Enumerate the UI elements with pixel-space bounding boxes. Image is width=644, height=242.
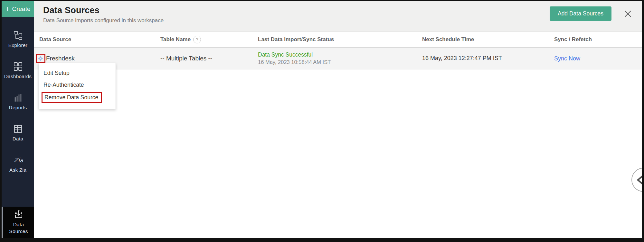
sidebar-item-label: Dashboards: [4, 74, 32, 79]
app-window: + Create Explorer Das: [0, 0, 644, 242]
sync-now-link[interactable]: Sync Now: [554, 55, 580, 62]
svg-text:Zia: Zia: [14, 157, 23, 164]
close-x-icon[interactable]: [624, 10, 632, 18]
menu-item-re-authenticate[interactable]: Re-Authenticate: [39, 79, 116, 91]
menu-item-remove-data-source[interactable]: Remove Data Source: [39, 91, 116, 106]
column-header-sync-refetch: Sync / Refetch: [554, 36, 642, 43]
next-schedule-cell: 16 May, 2023 12:27:47 PM IST: [422, 55, 554, 62]
data-source-name[interactable]: Freshdesk: [46, 55, 75, 62]
sync-status-text: Data Sync Successful: [258, 51, 422, 58]
page-header-text: Data Sources Data Source imports configu…: [43, 5, 164, 24]
add-data-sources-button[interactable]: Add Data Sources: [550, 6, 611, 21]
data-import-icon: [14, 210, 24, 219]
table-row: Freshdesk -- Multiple Tables -- Data Syn…: [34, 48, 642, 69]
help-icon[interactable]: ?: [193, 36, 201, 43]
sync-status-cell: Data Sync Successful 16 May, 2023 10:58:…: [258, 51, 422, 65]
sidebar-item-label: Ask Zia: [9, 167, 26, 173]
sidebar-item-reports[interactable]: Reports: [2, 86, 34, 117]
menu-item-edit-setup[interactable]: Edit Setup: [39, 67, 116, 79]
sidebar-item-data-sources[interactable]: Data Sources: [2, 207, 34, 238]
sidebar-item-label: Data: [13, 136, 24, 142]
sidebar-item-label: Explorer: [8, 42, 27, 48]
column-header-table-name: Table Name ?: [160, 36, 258, 43]
table-icon: [13, 124, 23, 134]
page-title: Data Sources: [43, 5, 164, 15]
chevron-left-icon: [636, 175, 642, 185]
sync-status-time: 16 May, 2023 10:58:44 AM IST: [258, 59, 422, 65]
sidebar-item-ask-zia[interactable]: Zia Ask Zia: [2, 148, 34, 180]
data-sources-panel: Data Sources Data Source imports configu…: [34, 1, 642, 238]
column-header-next-schedule: Next Schedule Time: [422, 36, 554, 43]
gear-icon[interactable]: [37, 55, 44, 62]
sitemap-icon: [13, 31, 23, 40]
sidebar-item-dashboards[interactable]: Dashboards: [2, 55, 34, 86]
page-subtitle: Data Source imports configured in this w…: [43, 17, 164, 24]
page-header: Data Sources Data Source imports configu…: [34, 1, 642, 32]
annotation-red-box: [36, 54, 45, 63]
column-header-last-import-status: Last Data Import/Sync Status: [258, 36, 422, 43]
sidebar-item-explorer[interactable]: Explorer: [2, 24, 34, 55]
sidebar-nav: Explorer Dashboards Reports: [2, 24, 34, 180]
sidebar-item-label: Data Sources: [9, 221, 28, 235]
bar-chart-icon: [13, 93, 23, 103]
header-actions: Add Data Sources: [550, 6, 632, 21]
table-name-cell: -- Multiple Tables --: [160, 55, 258, 62]
data-source-context-menu: Edit Setup Re-Authenticate Remove Data S…: [39, 63, 116, 109]
annotation-red-box: Remove Data Source: [42, 92, 102, 103]
sidebar-item-data[interactable]: Data: [2, 117, 34, 148]
create-button[interactable]: + Create: [2, 1, 34, 17]
sync-action-cell: Sync Now: [554, 55, 642, 62]
collapse-panel-button[interactable]: [631, 168, 642, 192]
sidebar-item-label: Reports: [9, 105, 27, 111]
create-button-label: Create: [12, 5, 30, 13]
dashboard-grid-icon: [13, 62, 23, 71]
table-header-row: Data Source Table Name ? Last Data Impor…: [34, 32, 642, 48]
data-source-cell: Freshdesk: [34, 54, 160, 63]
column-header-data-source: Data Source: [34, 36, 160, 43]
zia-script-icon: Zia: [13, 155, 23, 165]
sidebar: + Create Explorer Das: [2, 1, 34, 238]
plus-icon: +: [5, 5, 10, 13]
